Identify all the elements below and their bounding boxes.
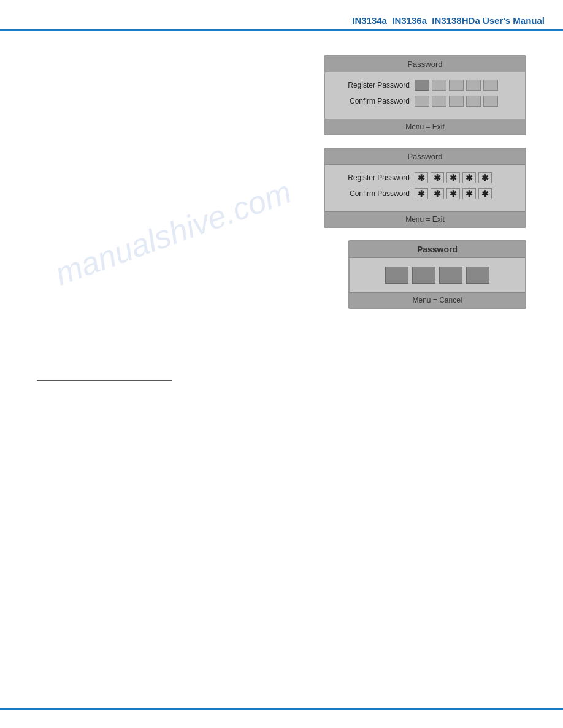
confirm-cell-4 — [466, 96, 481, 107]
dialog-password-single: Password Menu = Cancel — [348, 240, 526, 309]
main-content: Password Register Password Confirm Passw… — [0, 37, 563, 703]
conf-asterisk-3: ✱ — [446, 188, 460, 199]
conf-asterisk-4: ✱ — [462, 188, 476, 199]
reg-asterisk-5: ✱ — [478, 172, 492, 183]
dialog-password-empty: Password Register Password Confirm Passw… — [324, 55, 526, 135]
dialog1-footer: Menu = Exit — [325, 119, 525, 134]
reg-asterisk-1: ✱ — [415, 172, 428, 183]
dialog1-body: Register Password Confirm Password — [325, 72, 525, 114]
dialog3-body — [350, 258, 525, 292]
conf-asterisk-2: ✱ — [431, 188, 444, 199]
register-password-row: Register Password — [335, 80, 515, 91]
dialog1-title: Password — [325, 56, 525, 72]
dialog3-title: Password — [350, 241, 525, 258]
register-password-row2: Register Password ✱ ✱ ✱ ✱ ✱ — [335, 172, 515, 183]
conf-asterisk-1: ✱ — [415, 188, 428, 199]
page-header: IN3134a_IN3136a_IN3138HDa User's Manual — [0, 0, 563, 31]
confirm-cell-2 — [432, 96, 446, 107]
confirm-password-row: Confirm Password — [335, 96, 515, 107]
dialog2-body: Register Password ✱ ✱ ✱ ✱ ✱ Confirm Pass… — [325, 165, 525, 207]
single-cell-4 — [466, 267, 489, 284]
confirm-password-label2: Confirm Password — [335, 189, 415, 198]
confirm-password-row2: Confirm Password ✱ ✱ ✱ ✱ ✱ — [335, 188, 515, 199]
reg-asterisk-2: ✱ — [431, 172, 444, 183]
register-cell-3 — [449, 80, 464, 91]
footer-line — [0, 708, 563, 710]
confirm-password-label: Confirm Password — [335, 97, 415, 105]
register-cell-4 — [466, 80, 481, 91]
dialog2-footer: Menu = Exit — [325, 211, 525, 227]
dialog2-title: Password — [325, 149, 525, 165]
confirm-cell-1 — [415, 96, 429, 107]
register-cell-1 — [415, 80, 429, 91]
dialog-password-filled: Password Register Password ✱ ✱ ✱ ✱ ✱ Con… — [324, 148, 526, 228]
register-password-label: Register Password — [335, 81, 415, 89]
register-asterisk-cells: ✱ ✱ ✱ ✱ ✱ — [415, 172, 492, 183]
register-password-label2: Register Password — [335, 173, 415, 182]
reg-asterisk-3: ✱ — [446, 172, 460, 183]
single-cell-3 — [439, 267, 462, 284]
confirm-cell-3 — [449, 96, 464, 107]
confirm-cell-5 — [483, 96, 498, 107]
single-cell-1 — [385, 267, 408, 284]
single-cell-2 — [412, 267, 435, 284]
confirm-asterisk-cells: ✱ ✱ ✱ ✱ ✱ — [415, 188, 492, 199]
conf-asterisk-5: ✱ — [478, 188, 492, 199]
register-password-cells — [415, 80, 498, 91]
page-title: IN3134a_IN3136a_IN3138HDa User's Manual — [352, 15, 545, 26]
register-cell-2 — [432, 80, 446, 91]
register-cell-5 — [483, 80, 498, 91]
footnote-line — [37, 380, 172, 381]
dialog3-footer: Menu = Cancel — [350, 292, 525, 308]
confirm-password-cells — [415, 96, 498, 107]
reg-asterisk-4: ✱ — [462, 172, 476, 183]
